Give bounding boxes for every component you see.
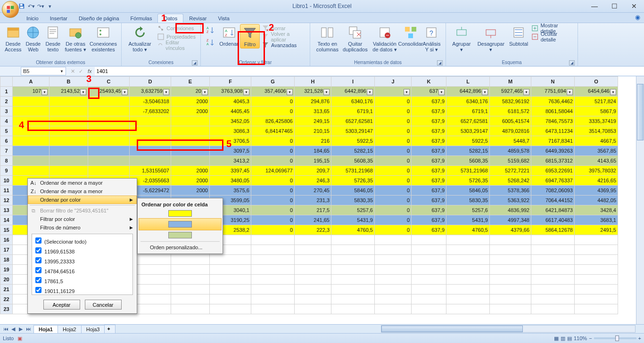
filter-value-checkbox[interactable] bbox=[35, 267, 41, 273]
cell[interactable]: 3086,3 bbox=[210, 126, 251, 136]
cell[interactable]: 2000 bbox=[171, 106, 210, 116]
cell[interactable] bbox=[130, 116, 171, 126]
cell[interactable]: 294,876 bbox=[295, 97, 331, 106]
tab-inicio[interactable]: Inicio bbox=[21, 14, 44, 23]
cell[interactable]: 5159,682 bbox=[490, 156, 531, 166]
cell[interactable] bbox=[88, 97, 130, 106]
cell[interactable] bbox=[446, 275, 490, 285]
filter-dropdown-icon[interactable]: ▼ bbox=[610, 89, 616, 95]
cell[interactable] bbox=[171, 126, 210, 136]
cell[interactable]: 5303,29147 bbox=[331, 126, 375, 136]
cell[interactable] bbox=[171, 146, 210, 156]
cell[interactable] bbox=[575, 265, 618, 275]
filter-dropdown-icon[interactable]: ▼ bbox=[438, 89, 445, 95]
cell[interactable]: 4045,3 bbox=[210, 97, 251, 106]
filter-dropdown-icon[interactable]: ▼ bbox=[41, 89, 48, 95]
cell[interactable] bbox=[295, 255, 331, 265]
row-header[interactable]: 17 bbox=[0, 245, 13, 255]
cell[interactable]: 184,65 bbox=[295, 146, 331, 156]
column-header[interactable]: D bbox=[130, 77, 171, 87]
cell[interactable]: 2000 bbox=[171, 186, 210, 196]
row-header[interactable]: 2 bbox=[0, 97, 13, 106]
cell[interactable]: 6719,1 bbox=[331, 106, 375, 116]
filter-value-checkbox[interactable] bbox=[35, 247, 41, 253]
sheet-tab-3[interactable]: Hoja3 bbox=[81, 325, 105, 333]
cell[interactable] bbox=[531, 245, 575, 255]
ungroup-button[interactable]: Desagrupar ▾ bbox=[474, 24, 508, 54]
filter-by-color-item[interactable]: Filtrar por color▶ bbox=[28, 215, 137, 223]
cell[interactable] bbox=[575, 235, 618, 245]
cell[interactable]: 6340,176 bbox=[331, 97, 375, 106]
vertical-scrollbar[interactable] bbox=[636, 76, 644, 324]
cell[interactable] bbox=[210, 255, 251, 265]
cell[interactable]: 5731,21968 bbox=[446, 166, 490, 176]
cell[interactable] bbox=[446, 245, 490, 255]
row-header[interactable]: 9 bbox=[0, 166, 13, 176]
cell[interactable] bbox=[295, 245, 331, 255]
cell[interactable] bbox=[251, 304, 295, 314]
cell[interactable] bbox=[171, 275, 210, 285]
cell[interactable]: 0 bbox=[375, 106, 412, 116]
cell[interactable]: 313,65 bbox=[295, 106, 331, 116]
cell[interactable]: 217,5 bbox=[295, 205, 331, 215]
cell[interactable] bbox=[375, 255, 412, 265]
cell[interactable]: 637,9 bbox=[412, 146, 446, 156]
row-header[interactable]: 8 bbox=[0, 156, 13, 166]
cell[interactable]: 637,9 bbox=[412, 166, 446, 176]
cell[interactable]: 5282,15 bbox=[446, 146, 490, 156]
cell[interactable]: 7167,8341 bbox=[531, 136, 575, 146]
cell[interactable] bbox=[412, 235, 446, 245]
cell[interactable] bbox=[171, 304, 210, 314]
cell[interactable] bbox=[531, 255, 575, 265]
dialog-launcher-icon[interactable]: ◢ bbox=[192, 60, 198, 65]
color-swatch-blue[interactable] bbox=[168, 221, 192, 228]
cell[interactable]: 5830,35 bbox=[331, 196, 375, 205]
zoom-in-button[interactable]: + bbox=[638, 335, 641, 341]
view-layout-icon[interactable]: ▥ bbox=[561, 335, 565, 342]
cell[interactable] bbox=[130, 126, 171, 136]
remove-duplicates-button[interactable]: Quitar duplicados bbox=[342, 24, 369, 53]
cell[interactable]: 241,65 bbox=[295, 215, 331, 225]
cell[interactable] bbox=[575, 304, 618, 314]
sort-desc-button[interactable]: ZA bbox=[204, 36, 217, 49]
formula-input[interactable] bbox=[95, 67, 644, 75]
cell[interactable] bbox=[251, 275, 295, 285]
cell[interactable] bbox=[331, 245, 375, 255]
cancel-formula-icon[interactable]: ✕ bbox=[69, 68, 77, 74]
cell[interactable] bbox=[13, 97, 50, 106]
reapply-button[interactable]: Volver a aplicar bbox=[260, 33, 307, 41]
cell[interactable]: 25493,45▼ bbox=[88, 87, 130, 97]
column-header[interactable]: J bbox=[375, 77, 412, 87]
cell[interactable]: 0 bbox=[251, 146, 295, 156]
group-button[interactable]: Agrupar ▾ bbox=[449, 24, 474, 54]
sort-by-color-item[interactable]: Ordenar por color▶ bbox=[28, 196, 137, 204]
filter-accept-button[interactable]: Aceptar bbox=[43, 300, 80, 310]
sheet-nav-last-icon[interactable]: ⏭ bbox=[25, 326, 32, 332]
cell[interactable] bbox=[331, 294, 375, 304]
cell[interactable]: 4369,95 bbox=[575, 186, 618, 196]
cell[interactable] bbox=[171, 265, 210, 275]
cell[interactable] bbox=[171, 116, 210, 126]
enter-formula-icon[interactable]: ✓ bbox=[77, 68, 85, 74]
cell[interactable] bbox=[490, 235, 531, 245]
row-header[interactable]: 23 bbox=[0, 304, 13, 314]
row-header[interactable]: 3 bbox=[0, 106, 13, 116]
cell[interactable]: 2000 bbox=[171, 176, 210, 186]
cell[interactable]: 5303,29147 bbox=[446, 126, 490, 136]
cell[interactable]: 124,069677 bbox=[251, 166, 295, 176]
cell[interactable] bbox=[331, 275, 375, 285]
cell[interactable] bbox=[446, 255, 490, 265]
column-header[interactable]: C bbox=[88, 77, 130, 87]
cell[interactable]: 637,9 bbox=[412, 186, 446, 196]
custom-sort-item[interactable]: Orden personalizado... bbox=[138, 243, 223, 252]
cell[interactable] bbox=[375, 265, 412, 275]
cell[interactable] bbox=[375, 235, 412, 245]
cell[interactable] bbox=[490, 265, 531, 275]
tab-vista[interactable]: Vista bbox=[213, 14, 235, 23]
cell[interactable]: 5608,35 bbox=[446, 156, 490, 166]
cell[interactable] bbox=[210, 285, 251, 294]
zoom-slider[interactable] bbox=[594, 337, 636, 339]
cell[interactable] bbox=[531, 304, 575, 314]
cell[interactable] bbox=[575, 255, 618, 265]
fx-icon[interactable]: fx bbox=[88, 68, 92, 74]
